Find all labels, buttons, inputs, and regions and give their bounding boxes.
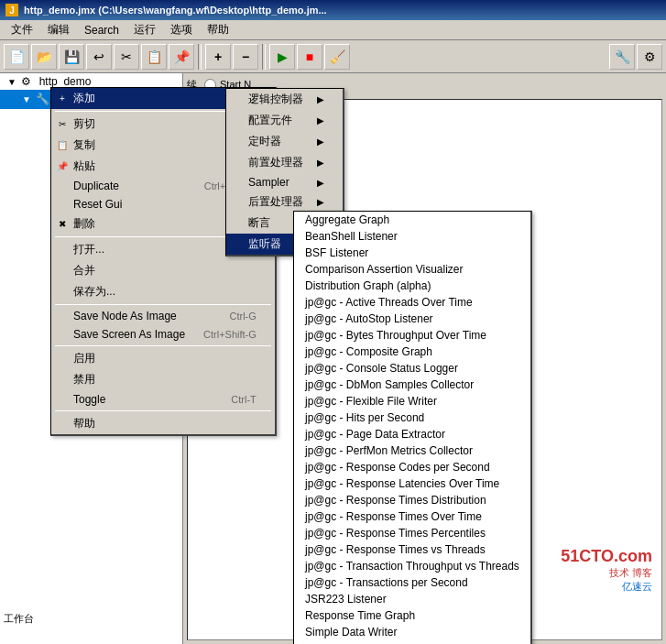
listener-jsr223[interactable]: JSR223 Listener <box>294 591 530 607</box>
submenu-listener: Aggregate Graph BeanShell Listener BSF L… <box>293 211 532 644</box>
toolbar-remove[interactable]: − <box>233 44 258 70</box>
sampler-label: Sampler <box>248 176 289 189</box>
listener-comparison[interactable]: Comparison Assertion Visualizer <box>294 261 530 278</box>
submenu1-logic[interactable]: 逻辑控制器 ▶ <box>226 89 343 110</box>
listener-spline[interactable]: Spline Visualizer <box>294 640 530 644</box>
listener-autostop[interactable]: jp@gc - AutoStop Listener <box>294 311 530 327</box>
submenu1-config[interactable]: 配置元件 ▶ <box>226 110 343 131</box>
toolbar-copy[interactable]: 📋 <box>141 44 167 70</box>
listener-response-distribution[interactable]: jp@gc - Response Times Distribution <box>294 492 530 508</box>
toolbar-clear[interactable]: 🧹 <box>324 44 350 70</box>
ctx-help[interactable]: 帮助 <box>51 413 275 434</box>
watermark-cloud: 亿速云 <box>561 580 652 594</box>
listener-bsf[interactable]: BSF Listener <box>294 245 530 261</box>
ctx-disable[interactable]: 禁用 <box>51 369 275 390</box>
listener-composite[interactable]: jp@gc - Composite Graph <box>294 344 530 360</box>
listener-hits[interactable]: jp@gc - Hits per Second <box>294 409 530 426</box>
toolbar-new[interactable]: 📄 <box>4 44 29 70</box>
menu-bar: 文件 编辑 Search 运行 选项 帮助 <box>0 20 666 40</box>
toolbar-sep-2 <box>262 44 266 70</box>
app-icon: J <box>5 4 18 16</box>
ctx-save-node-image[interactable]: Save Node As Image Ctrl-G <box>51 307 275 325</box>
submenu1-timer[interactable]: 定时器 ▶ <box>226 131 343 152</box>
toolbar-start[interactable]: ▶ <box>269 44 295 70</box>
listener-dbmon[interactable]: jp@gc - DbMon Samples Collector <box>294 377 530 393</box>
toolbar-btn-r1[interactable]: 🔧 <box>609 44 635 70</box>
menu-file[interactable]: 文件 <box>4 20 40 39</box>
listener-distribution[interactable]: Distribution Graph (alpha) <box>294 278 530 294</box>
ctx-toggle[interactable]: Toggle Ctrl-T <box>51 390 275 409</box>
ctx-add-label: 添加 <box>73 91 95 106</box>
ctx-enable[interactable]: 启用 <box>51 348 275 369</box>
listener-transaction-throughput[interactable]: jp@gc - Transaction Throughput vs Thread… <box>294 558 530 574</box>
expand-icon: ▼ <box>7 77 18 87</box>
listener-simple-data[interactable]: Simple Data Writer <box>294 624 530 640</box>
submenu1-pre-processor[interactable]: 前置处理器 ▶ <box>226 152 343 173</box>
toolbar-save[interactable]: 💾 <box>59 44 84 70</box>
config-arrow: ▶ <box>317 115 324 126</box>
toolbar-btn-r2[interactable]: ⚙ <box>637 44 662 70</box>
toolbar-sep-1 <box>198 44 202 70</box>
listener-active-threads[interactable]: jp@gc - Active Threads Over Time <box>294 294 530 311</box>
listener-transactions-per-sec[interactable]: jp@gc - Transactions per Second <box>294 574 530 591</box>
paste-icon: 📌 <box>55 159 70 174</box>
pre-processor-label: 前置处理器 <box>248 155 303 170</box>
config-label: 配置元件 <box>248 113 292 128</box>
ctx-disable-label: 禁用 <box>73 372 95 387</box>
listener-aggregate-graph[interactable]: Aggregate Graph <box>294 212 530 228</box>
sep-5 <box>55 410 271 411</box>
listener-beanshell[interactable]: BeanShell Listener <box>294 228 530 245</box>
menu-options[interactable]: 选项 <box>163 20 200 39</box>
ctx-paste-label: 粘贴 <box>73 158 95 174</box>
menu-run[interactable]: 运行 <box>126 20 163 39</box>
ctx-save-as[interactable]: 保存为... <box>51 281 275 302</box>
listener-response-time-graph[interactable]: Response Time Graph <box>294 607 530 624</box>
toolbar-stop[interactable]: ■ <box>297 44 322 70</box>
toolbar-paste[interactable]: 📌 <box>169 44 194 70</box>
logic-label: 逻辑控制器 <box>248 92 303 107</box>
delete-icon: ✖ <box>55 217 70 232</box>
save-node-shortcut: Ctrl-G <box>230 311 257 322</box>
thread-expand-icon: ▼ <box>22 94 33 104</box>
logic-arrow: ▶ <box>317 94 324 104</box>
ctx-help-label: 帮助 <box>73 416 95 431</box>
sep-4 <box>55 345 271 346</box>
submenu1-post-processor[interactable]: 后置处理器 ▶ <box>226 191 343 213</box>
listener-flexible-file[interactable]: jp@gc - Flexible File Writer <box>294 393 530 409</box>
toolbar-add[interactable]: + <box>205 44 231 70</box>
listener-response-vs-threads[interactable]: jp@gc - Response Times vs Threads <box>294 541 530 558</box>
listener-console-status[interactable]: jp@gc - Console Status Logger <box>294 360 530 377</box>
context-menu-overlay: + 添加 ▶ ✂ 剪切 Ctrl-X 📋 复制 Ctrl-C 📌 粘贴 Ctrl… <box>50 87 277 436</box>
ctx-merge[interactable]: 合并 <box>51 260 275 281</box>
listener-response-percentiles[interactable]: jp@gc - Response Times Percentiles <box>294 525 530 541</box>
timer-label: 定时器 <box>248 134 281 149</box>
toolbar-revert[interactable]: ↩ <box>86 44 112 70</box>
listener-response-over-time[interactable]: jp@gc - Response Times Over Time <box>294 508 530 525</box>
menu-help[interactable]: 帮助 <box>200 20 236 39</box>
toolbar: 📄 📂 💾 ↩ ✂ 📋 📌 + − ▶ ■ 🧹 🔧 ⚙ <box>0 40 666 73</box>
ctx-copy-label: 复制 <box>73 137 95 153</box>
toolbar-open[interactable]: 📂 <box>31 44 57 70</box>
menu-edit[interactable]: 编辑 <box>40 20 77 39</box>
ctx-open-label: 打开... <box>73 242 104 257</box>
save-screen-shortcut: Ctrl+Shift-G <box>203 329 257 340</box>
menu-search[interactable]: Search <box>77 22 126 38</box>
listener-bytes-throughput[interactable]: jp@gc - Bytes Throughput Over Time <box>294 327 530 344</box>
sep-3 <box>55 304 271 305</box>
cut-icon: ✂ <box>55 117 70 132</box>
title-text: http_demo.jmx (C:\Users\wangfang.wf\Desk… <box>24 5 327 16</box>
ctx-cut-label: 剪切 <box>73 116 95 132</box>
listener-perfmon[interactable]: jp@gc - PerfMon Metrics Collector <box>294 442 530 459</box>
sampler-arrow: ▶ <box>317 178 324 188</box>
listener-page-data[interactable]: jp@gc - Page Data Extractor <box>294 426 530 442</box>
listener-response-codes[interactable]: jp@gc - Response Codes per Second <box>294 459 530 475</box>
submenu1-sampler[interactable]: Sampler ▶ <box>226 173 343 191</box>
listener-response-latencies[interactable]: jp@gc - Response Latencies Over Time <box>294 475 530 492</box>
toolbar-cut[interactable]: ✂ <box>114 44 139 70</box>
ctx-save-screen-label: Save Screen As Image <box>73 328 185 341</box>
ctx-enable-label: 启用 <box>73 351 95 366</box>
assertion-label: 断言 <box>248 215 270 231</box>
ctx-save-screen-image[interactable]: Save Screen As Image Ctrl+Shift-G <box>51 325 275 344</box>
copy-icon: 📋 <box>55 138 70 153</box>
ctx-delete-label: 删除 <box>73 216 95 232</box>
